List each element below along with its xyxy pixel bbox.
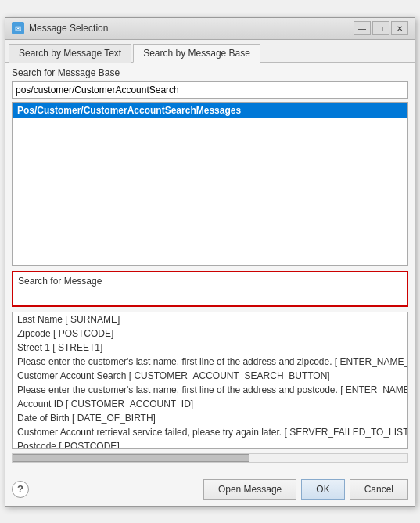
messages-list[interactable]: Last Name [ SURNAME] Zipcode [ POSTCODE]… [12,312,408,449]
tab-search-by-text[interactable]: Search by Message Text [9,44,131,63]
msg-item-6[interactable]: Account ID [ CUSTOMER_ACCOUNT_ID] [13,397,407,411]
search-message-label: Search for Message [13,272,407,287]
base-results-list[interactable]: Pos/Customer/CustomerAccountSearchMessag… [12,102,408,266]
help-button[interactable]: ? [12,481,29,498]
msg-item-7[interactable]: Date of Birth [ DATE_OF_BIRTH] [13,411,407,425]
footer-right: Open Message OK Cancel [203,479,408,500]
list-item-text: Pos/Customer/CustomerAccountSearchMessag… [17,105,241,116]
search-base-input[interactable] [12,81,408,99]
scrollbar-thumb[interactable] [13,454,249,462]
msg-item-1[interactable]: Zipcode [ POSTCODE] [13,326,407,341]
main-content: Search for Message Base Pos/Customer/Cus… [5,63,415,474]
search-message-section: Search for Message [12,271,408,307]
tabs-bar: Search by Message Text Search by Message… [5,40,415,63]
msg-item-3[interactable]: Please enter the customer's last name, f… [13,355,407,369]
footer: ? Open Message OK Cancel [5,474,415,506]
title-bar: ✉ Message Selection — □ ✕ [5,18,415,40]
tab-search-by-base[interactable]: Search by Message Base [133,44,260,63]
msg-item-2[interactable]: Street 1 [ STREET1] [13,341,407,355]
window-title: Message Selection [29,23,108,34]
window-icon: ✉ [12,22,24,34]
horizontal-scrollbar[interactable] [12,453,408,463]
open-message-button[interactable]: Open Message [203,479,296,500]
list-item[interactable]: Pos/Customer/CustomerAccountSearchMessag… [13,103,407,118]
ok-button[interactable]: OK [301,479,344,500]
footer-left: ? [12,481,29,498]
msg-item-9[interactable]: Postcode [ POSTCODE] [13,439,407,449]
maximize-button[interactable]: □ [372,21,389,35]
cancel-button[interactable]: Cancel [350,479,408,500]
msg-item-5[interactable]: Please enter the customer's last name, f… [13,383,407,397]
title-bar-left: ✉ Message Selection [12,22,108,34]
minimize-button[interactable]: — [354,21,371,35]
search-base-label: Search for Message Base [12,67,408,78]
close-button[interactable]: ✕ [391,21,408,35]
msg-item-8[interactable]: Customer Account retrieval service faile… [13,425,407,439]
msg-item-4[interactable]: Customer Account Search [ CUSTOMER_ACCOU… [13,369,407,383]
msg-item-0[interactable]: Last Name [ SURNAME] [13,312,407,326]
main-window: ✉ Message Selection — □ ✕ Search by Mess… [5,17,415,507]
search-message-input[interactable] [13,287,407,305]
title-controls: — □ ✕ [354,21,408,35]
